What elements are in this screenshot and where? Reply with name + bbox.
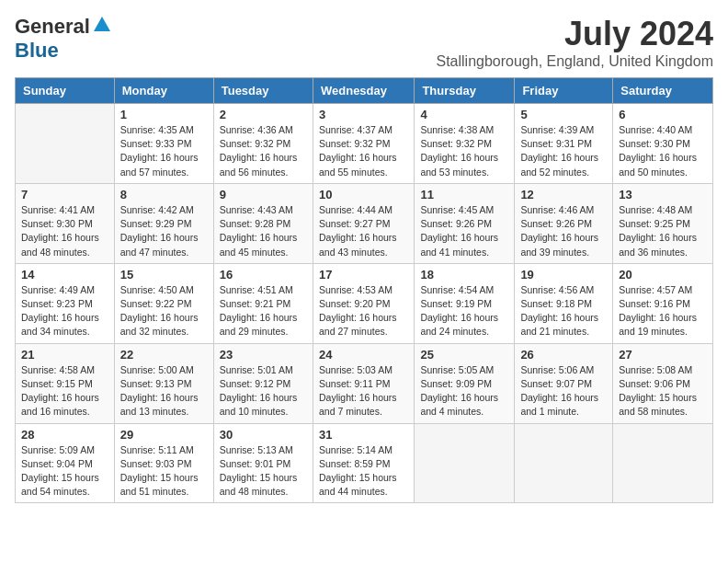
day-number: 31 (319, 428, 408, 442)
calendar-table: SundayMondayTuesdayWednesdayThursdayFrid… (15, 77, 713, 503)
day-number: 7 (21, 188, 108, 201)
calendar-cell: 13Sunrise: 4:48 AM Sunset: 9:25 PM Dayli… (613, 183, 713, 263)
day-info: Sunrise: 4:43 AM Sunset: 9:28 PM Dayligh… (220, 203, 307, 259)
day-number: 25 (420, 348, 508, 362)
day-info: Sunrise: 4:53 AM Sunset: 9:20 PM Dayligh… (319, 283, 408, 339)
day-number: 3 (319, 108, 408, 121)
day-info: Sunrise: 5:05 AM Sunset: 9:09 PM Dayligh… (420, 363, 508, 419)
day-info: Sunrise: 4:42 AM Sunset: 9:29 PM Dayligh… (120, 203, 208, 259)
logo: General Blue (15, 15, 112, 63)
day-info: Sunrise: 4:35 AM Sunset: 9:33 PM Dayligh… (120, 123, 208, 179)
day-info: Sunrise: 5:11 AM Sunset: 9:03 PM Dayligh… (120, 443, 208, 500)
day-number: 16 (220, 268, 307, 282)
calendar-cell: 25Sunrise: 5:05 AM Sunset: 9:09 PM Dayli… (415, 343, 515, 423)
day-info: Sunrise: 4:49 AM Sunset: 9:23 PM Dayligh… (21, 283, 108, 339)
day-number: 23 (220, 348, 307, 362)
day-info: Sunrise: 4:44 AM Sunset: 9:27 PM Dayligh… (319, 203, 408, 259)
day-info: Sunrise: 5:13 AM Sunset: 9:01 PM Dayligh… (220, 443, 307, 500)
day-number: 12 (520, 188, 607, 201)
day-info: Sunrise: 4:51 AM Sunset: 9:21 PM Dayligh… (220, 283, 307, 339)
calendar-cell: 29Sunrise: 5:11 AM Sunset: 9:03 PM Dayli… (114, 423, 213, 503)
calendar-cell: 24Sunrise: 5:03 AM Sunset: 9:11 PM Dayli… (313, 343, 414, 423)
calendar-cell: 12Sunrise: 4:46 AM Sunset: 9:26 PM Dayli… (515, 183, 613, 263)
day-info: Sunrise: 5:03 AM Sunset: 9:11 PM Dayligh… (319, 363, 408, 419)
calendar-cell: 8Sunrise: 4:42 AM Sunset: 9:29 PM Daylig… (114, 183, 213, 263)
day-number: 19 (520, 268, 607, 282)
weekday-header-sunday: Sunday (16, 78, 115, 104)
day-number: 21 (21, 348, 108, 362)
day-number: 26 (520, 348, 607, 362)
day-number: 11 (420, 188, 508, 201)
day-info: Sunrise: 5:00 AM Sunset: 9:13 PM Dayligh… (120, 363, 208, 419)
location-title: Stallingborough, England, United Kingdom (436, 53, 713, 70)
day-info: Sunrise: 4:40 AM Sunset: 9:30 PM Dayligh… (619, 123, 707, 179)
calendar-cell (613, 423, 713, 503)
month-year-title: July 2024 (436, 15, 713, 53)
day-info: Sunrise: 4:45 AM Sunset: 9:26 PM Dayligh… (420, 203, 508, 259)
day-number: 5 (520, 108, 607, 121)
day-info: Sunrise: 4:46 AM Sunset: 9:26 PM Dayligh… (520, 203, 607, 259)
day-number: 13 (619, 188, 707, 201)
day-info: Sunrise: 4:54 AM Sunset: 9:19 PM Dayligh… (420, 283, 508, 339)
day-number: 20 (619, 268, 707, 282)
calendar-cell: 27Sunrise: 5:08 AM Sunset: 9:06 PM Dayli… (613, 343, 713, 423)
day-number: 27 (619, 348, 707, 362)
day-info: Sunrise: 5:01 AM Sunset: 9:12 PM Dayligh… (220, 363, 307, 419)
day-number: 6 (619, 108, 707, 121)
calendar-cell: 2Sunrise: 4:36 AM Sunset: 9:32 PM Daylig… (213, 104, 313, 184)
calendar-cell: 5Sunrise: 4:39 AM Sunset: 9:31 PM Daylig… (515, 104, 613, 184)
day-info: Sunrise: 5:09 AM Sunset: 9:04 PM Dayligh… (21, 443, 108, 500)
day-info: Sunrise: 4:58 AM Sunset: 9:15 PM Dayligh… (21, 363, 108, 419)
day-number: 1 (120, 108, 208, 121)
day-number: 9 (220, 188, 307, 201)
day-number: 22 (120, 348, 208, 362)
day-info: Sunrise: 4:48 AM Sunset: 9:25 PM Dayligh… (619, 203, 707, 259)
day-number: 2 (220, 108, 307, 121)
calendar-cell: 1Sunrise: 4:35 AM Sunset: 9:33 PM Daylig… (114, 104, 213, 184)
weekday-header-row: SundayMondayTuesdayWednesdayThursdayFrid… (16, 78, 713, 104)
day-info: Sunrise: 4:38 AM Sunset: 9:32 PM Dayligh… (420, 123, 508, 179)
day-number: 18 (420, 268, 508, 282)
calendar-cell: 22Sunrise: 5:00 AM Sunset: 9:13 PM Dayli… (114, 343, 213, 423)
calendar-cell: 3Sunrise: 4:37 AM Sunset: 9:32 PM Daylig… (313, 104, 414, 184)
day-number: 4 (420, 108, 508, 121)
calendar-cell: 23Sunrise: 5:01 AM Sunset: 9:12 PM Dayli… (213, 343, 313, 423)
day-info: Sunrise: 5:14 AM Sunset: 8:59 PM Dayligh… (319, 443, 408, 500)
day-number: 14 (21, 268, 108, 282)
logo-icon (92, 15, 112, 35)
calendar-week-row: 1Sunrise: 4:35 AM Sunset: 9:33 PM Daylig… (16, 104, 713, 184)
day-info: Sunrise: 4:41 AM Sunset: 9:30 PM Dayligh… (21, 203, 108, 259)
day-info: Sunrise: 4:57 AM Sunset: 9:16 PM Dayligh… (619, 283, 707, 339)
calendar-cell (16, 104, 115, 184)
calendar-cell: 20Sunrise: 4:57 AM Sunset: 9:16 PM Dayli… (613, 263, 713, 343)
day-number: 29 (120, 428, 208, 442)
day-number: 8 (120, 188, 208, 201)
weekday-header-tuesday: Tuesday (213, 78, 313, 104)
day-number: 15 (120, 268, 208, 282)
day-info: Sunrise: 5:08 AM Sunset: 9:06 PM Dayligh… (619, 363, 707, 419)
day-info: Sunrise: 4:37 AM Sunset: 9:32 PM Dayligh… (319, 123, 408, 179)
calendar-cell (515, 423, 613, 503)
logo-blue-text: Blue (15, 39, 59, 62)
calendar-cell (415, 423, 515, 503)
calendar-cell: 11Sunrise: 4:45 AM Sunset: 9:26 PM Dayli… (415, 183, 515, 263)
calendar-cell: 9Sunrise: 4:43 AM Sunset: 9:28 PM Daylig… (213, 183, 313, 263)
day-info: Sunrise: 4:39 AM Sunset: 9:31 PM Dayligh… (520, 123, 607, 179)
day-number: 28 (21, 428, 108, 442)
calendar-cell: 26Sunrise: 5:06 AM Sunset: 9:07 PM Dayli… (515, 343, 613, 423)
calendar-cell: 19Sunrise: 4:56 AM Sunset: 9:18 PM Dayli… (515, 263, 613, 343)
calendar-cell: 7Sunrise: 4:41 AM Sunset: 9:30 PM Daylig… (16, 183, 115, 263)
calendar-cell: 4Sunrise: 4:38 AM Sunset: 9:32 PM Daylig… (415, 104, 515, 184)
header: General Blue July 2024 Stallingborough, … (15, 15, 713, 70)
day-number: 10 (319, 188, 408, 201)
day-number: 24 (319, 348, 408, 362)
calendar-week-row: 21Sunrise: 4:58 AM Sunset: 9:15 PM Dayli… (16, 343, 713, 423)
calendar-cell: 14Sunrise: 4:49 AM Sunset: 9:23 PM Dayli… (16, 263, 115, 343)
day-info: Sunrise: 5:06 AM Sunset: 9:07 PM Dayligh… (520, 363, 607, 419)
calendar-cell: 10Sunrise: 4:44 AM Sunset: 9:27 PM Dayli… (313, 183, 414, 263)
day-number: 17 (319, 268, 408, 282)
calendar-cell: 31Sunrise: 5:14 AM Sunset: 8:59 PM Dayli… (313, 423, 414, 503)
day-number: 30 (220, 428, 307, 442)
day-info: Sunrise: 4:50 AM Sunset: 9:22 PM Dayligh… (120, 283, 208, 339)
calendar-cell: 16Sunrise: 4:51 AM Sunset: 9:21 PM Dayli… (213, 263, 313, 343)
